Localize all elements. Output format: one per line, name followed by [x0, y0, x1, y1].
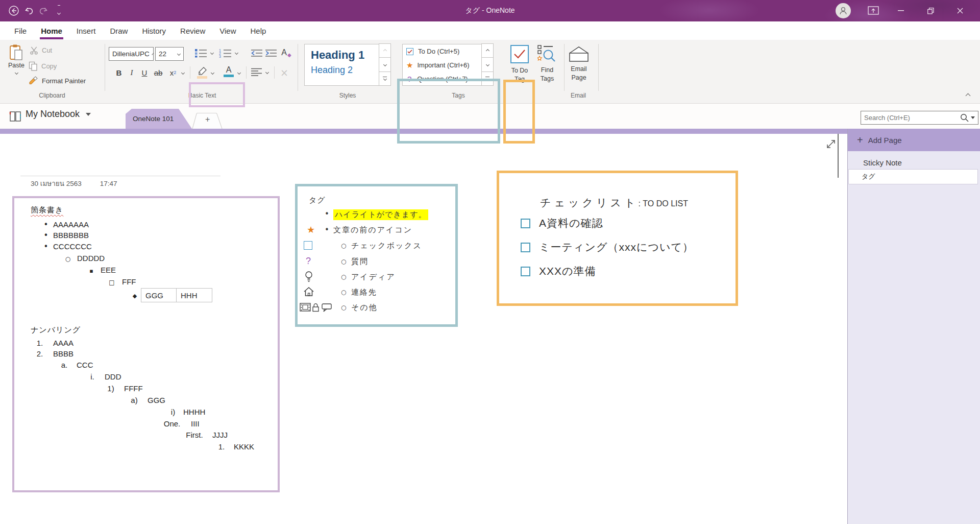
- font-color-dropdown-icon[interactable]: [237, 71, 241, 75]
- tags-note[interactable]: タグ • ハイライトができます。 ★ • 文章の前のアイコン ○ チェックボック…: [295, 184, 458, 327]
- tag-box-row: ○ その他: [298, 303, 455, 315]
- cut-button[interactable]: Cut: [30, 46, 52, 55]
- email-page-button[interactable]: Email Page: [567, 46, 591, 82]
- search-box[interactable]: [861, 111, 978, 125]
- find-tags-label: Find Tags: [537, 66, 557, 83]
- todo-checkbox-icon[interactable]: [521, 267, 530, 276]
- clear-formatting-button[interactable]: A ◆: [280, 46, 293, 59]
- lock-icon[interactable]: [312, 303, 320, 312]
- email-page-label: Email Page: [568, 65, 590, 82]
- underline-button[interactable]: U: [139, 66, 150, 79]
- find-tags-button[interactable]: Find Tags: [535, 45, 559, 83]
- bullets-button[interactable]: [194, 48, 213, 58]
- full-page-view-button[interactable]: [825, 138, 837, 150]
- numbering-button[interactable]: 1 2 3: [219, 48, 238, 58]
- menu-home[interactable]: Home: [34, 21, 69, 40]
- divider: [298, 44, 298, 91]
- menu-draw[interactable]: Draw: [103, 21, 135, 40]
- tag-todo[interactable]: To Do (Ctrl+5): [403, 44, 481, 58]
- collapse-ribbon-icon[interactable]: [966, 93, 971, 99]
- tag-important[interactable]: ★ Important (Ctrl+6): [403, 58, 481, 72]
- menu-help[interactable]: Help: [243, 21, 274, 40]
- menu-history[interactable]: History: [135, 21, 173, 40]
- film-icon[interactable]: [300, 303, 311, 312]
- tags-scroll-up[interactable]: [481, 43, 494, 58]
- tag-todo-label: To Do (Ctrl+5): [418, 47, 459, 55]
- minimize-button[interactable]: [889, 0, 913, 21]
- sub-bullet-marker: ○: [341, 258, 346, 265]
- add-page-label: Add Page: [868, 136, 902, 145]
- checklist-note[interactable]: チェックリスト: TO DO LIST A資料の確認 ミーティング（xxxについ…: [497, 171, 738, 306]
- increase-indent-button[interactable]: [265, 49, 277, 57]
- divider: [246, 66, 247, 79]
- paragraph-alignment-button[interactable]: [251, 68, 268, 77]
- page-item-selected[interactable]: タグ: [848, 169, 978, 184]
- format-painter-label: Format Painter: [42, 77, 86, 85]
- font-color-button[interactable]: A: [224, 65, 234, 77]
- row-text: アイディア: [351, 272, 396, 282]
- restore-button[interactable]: [919, 0, 942, 21]
- section-tab-label: OneNote 101: [133, 115, 174, 123]
- ribbon-display-options-button[interactable]: [862, 0, 885, 21]
- group-label-tags: Tags: [452, 92, 464, 99]
- format-painter-button[interactable]: Format Painter: [29, 76, 86, 85]
- menu-file[interactable]: File: [7, 21, 34, 40]
- font-size-combo[interactable]: 22: [155, 47, 184, 61]
- search-input[interactable]: [864, 114, 958, 122]
- menu-view[interactable]: View: [212, 21, 243, 40]
- speech-bubble-icon[interactable]: [322, 303, 332, 312]
- styles-scroll-down[interactable]: [379, 57, 391, 72]
- subscript-dropdown-icon[interactable]: [181, 71, 185, 75]
- bullets-dropdown-icon[interactable]: [210, 51, 214, 55]
- italic-button[interactable]: I: [127, 66, 137, 79]
- style-heading1[interactable]: Heading 1: [305, 44, 379, 62]
- bullet-list-note[interactable]: 箇条書き •AAAAAAA •BBBBBBB •CCCCCCC ○DDDDD ▪…: [12, 196, 280, 492]
- clear-button-disabled[interactable]: ×: [279, 66, 290, 79]
- page-date: 30 เมษายน 2563: [31, 180, 82, 187]
- new-section-button[interactable]: +: [192, 113, 223, 129]
- important-star-icon[interactable]: ★: [307, 224, 315, 235]
- paste-dropdown-icon[interactable]: [14, 71, 18, 75]
- tags-more-button[interactable]: [481, 72, 494, 86]
- tag-question[interactable]: ? Question (Ctrl+7): [403, 72, 481, 86]
- paste-button[interactable]: Paste: [5, 44, 28, 74]
- contact-house-icon[interactable]: [303, 287, 314, 297]
- mini-table[interactable]: GGG HHH: [141, 288, 212, 302]
- table-cell[interactable]: GGG: [141, 289, 177, 302]
- table-cell[interactable]: HHH: [177, 289, 212, 302]
- checklist-title: チェックリスト: TO DO LIST: [540, 196, 688, 210]
- plus-icon: +: [857, 134, 863, 146]
- tag-important-label: Important (Ctrl+6): [417, 61, 469, 69]
- todo-tag-button[interactable]: To Do Tag: [507, 45, 532, 84]
- menu-review[interactable]: Review: [173, 21, 212, 40]
- styles-more-button[interactable]: [379, 72, 391, 86]
- decrease-indent-button[interactable]: [251, 49, 263, 57]
- avatar[interactable]: [836, 3, 851, 18]
- number-text: FFFF: [124, 384, 143, 393]
- style-heading2[interactable]: Heading 2: [305, 62, 379, 76]
- tags-scroll-down[interactable]: [481, 57, 494, 72]
- highlight-dropdown-icon[interactable]: [211, 71, 214, 75]
- todo-checkbox-icon[interactable]: [304, 241, 312, 250]
- close-button[interactable]: [948, 0, 972, 21]
- section-tab-onenote-101[interactable]: OneNote 101: [126, 109, 192, 129]
- notebook-dropdown[interactable]: My Notebook: [26, 109, 91, 120]
- question-mark-icon[interactable]: ?: [306, 256, 311, 267]
- todo-checkbox-icon[interactable]: [521, 219, 530, 228]
- numbering-dropdown-icon[interactable]: [235, 51, 238, 55]
- todo-checkbox-icon[interactable]: [521, 243, 530, 252]
- styles-scroll-up[interactable]: [379, 43, 391, 58]
- divider: [564, 44, 565, 91]
- add-page-button[interactable]: + Add Page: [848, 129, 980, 151]
- canvas-scrollbar[interactable]: [838, 134, 839, 178]
- font-name-combo[interactable]: DilleniaUPC: [109, 47, 154, 61]
- bold-button[interactable]: B: [113, 66, 125, 79]
- search-scope-dropdown-icon[interactable]: [971, 116, 975, 119]
- subscript-button[interactable]: x2: [167, 66, 179, 79]
- highlight-button[interactable]: [196, 65, 208, 79]
- menu-insert[interactable]: Insert: [69, 21, 103, 40]
- idea-lightbulb-icon[interactable]: [304, 271, 313, 283]
- strikethrough-button[interactable]: ab: [152, 66, 164, 79]
- copy-button[interactable]: Copy: [29, 61, 57, 71]
- page-canvas[interactable]: 30 เมษายน 256317:47 箇条書き •AAAAAAA •BBBBB…: [0, 134, 847, 524]
